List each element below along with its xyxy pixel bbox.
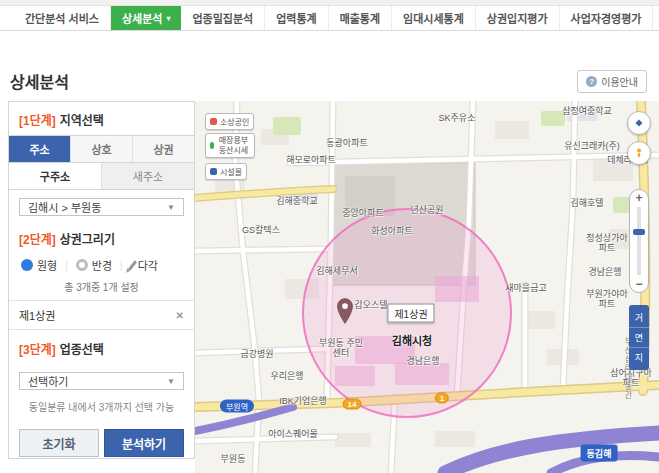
facility-icon [210, 168, 217, 175]
chevron-down-icon: ▼ [167, 203, 175, 212]
nav-tab-owner-evaluation[interactable]: 사업자경영평가 [560, 6, 654, 30]
district-remove-button[interactable]: ✕ [176, 310, 184, 321]
step2-tag: [2단계] [19, 233, 56, 247]
nav-tab-simple-analysis[interactable]: 간단분석 서비스 [14, 6, 111, 30]
store-icon [210, 118, 217, 125]
step3-header: [3단계]업종선택 [9, 330, 194, 364]
chevron-down-icon: ▾ [166, 14, 170, 23]
layer-small-business-label: 소상공인 [220, 116, 249, 127]
city-hall-label: 김해시청 [392, 332, 432, 348]
tab-store-name[interactable]: 상호 [71, 136, 133, 162]
district-label[interactable]: 제1상권 [387, 304, 434, 323]
zoom-in-button[interactable]: + [635, 192, 642, 204]
map-canvas[interactable] [195, 101, 659, 473]
category-select[interactable]: 선택하기 ▼ [19, 372, 184, 390]
layer-button-small-business[interactable]: 소상공인 [205, 113, 254, 130]
layer-button-facilities[interactable]: 시설물 [205, 163, 247, 180]
chevron-down-icon: ▼ [167, 377, 175, 386]
measure-tools: 거 면 지 [629, 305, 649, 370]
nav-tab-rent-stats[interactable]: 임대시세통계 [392, 6, 476, 30]
draw-shape-options: 원형 | 반경 | 다각 [9, 254, 194, 275]
step3-tag: [3단계] [19, 343, 56, 357]
nav-tab-business-history-stats[interactable]: 업력통계 [265, 6, 328, 30]
circle-shape-icon [21, 259, 33, 271]
measure-distance-button[interactable]: 거 [629, 308, 649, 328]
step1-tag: [1단계] [19, 114, 56, 128]
tab-district[interactable]: 상권 [133, 136, 194, 162]
layer-realestate-label: 매장용부동산시세 [217, 136, 250, 155]
analyze-button[interactable]: 분석하기 [104, 429, 184, 457]
station-badge: 부원역 [220, 400, 254, 413]
step1-title: 지역선택 [60, 114, 104, 128]
layer-button-realestate-price[interactable]: 매장용부동산시세 [205, 133, 255, 158]
shape-radius-label: 반경 [92, 257, 112, 273]
reset-button[interactable]: 초기화 [19, 429, 99, 457]
divider: | [120, 260, 123, 271]
cadastral-button[interactable]: 지 [629, 348, 649, 367]
divider: | [65, 260, 68, 271]
shape-option-circle[interactable]: 원형 [21, 257, 57, 273]
shape-circle-label: 원형 [37, 257, 57, 273]
measure-area-button[interactable]: 면 [629, 328, 649, 348]
nav-tab-location-evaluation[interactable]: 상권입지평가 [476, 6, 560, 30]
district-count-note: 총 3개중 1개 설정 [9, 275, 194, 300]
tab-address[interactable]: 주소 [9, 136, 71, 162]
region-select-value: 김해시 > 부원동 [28, 199, 101, 215]
step3-title: 업종선택 [60, 343, 104, 357]
compass-icon [634, 117, 644, 129]
question-icon: ? [586, 76, 597, 87]
route-badge: 1 [435, 393, 449, 404]
subtab-old-address[interactable]: 구주소 [9, 163, 102, 189]
page-title: 상세분석 [10, 69, 69, 93]
shape-option-radius[interactable]: 반경 [76, 257, 112, 273]
step2-title: 상권그리기 [60, 233, 115, 247]
nav-tab-detail-label: 상세분석 [122, 10, 162, 26]
district-item-label: 제1상권 [19, 307, 55, 323]
main-nav: 간단분석 서비스 상세분석 ▾ 업종밀집분석 업력통계 매출통계 임대시세통계 … [0, 6, 659, 31]
map-container[interactable]: 소상공인 매장용부동산시세 시설물 SK주유소 삼정여중학교 동광아파트 해모로… [195, 101, 659, 473]
help-button[interactable]: ? 이용안내 [577, 70, 647, 93]
nav-tab-density-analysis[interactable]: 업종밀집분석 [181, 6, 265, 30]
zoom-control: + − [629, 189, 649, 293]
step1-header: [1단계]지역선택 [9, 102, 194, 135]
step2-header: [2단계]상권그리기 [9, 220, 194, 254]
address-type-subtabs: 구주소 새주소 [9, 163, 194, 190]
category-select-value: 선택하기 [28, 373, 68, 389]
region-select[interactable]: 김해시 > 부원동 ▼ [19, 198, 184, 216]
pencil-icon [128, 260, 137, 271]
price-icon [210, 142, 214, 149]
subtab-new-address[interactable]: 새주소 [102, 163, 194, 189]
shape-polygon-label: 다각 [138, 257, 158, 273]
nav-tab-sales-stats[interactable]: 매출통계 [329, 6, 392, 30]
shape-option-polygon[interactable]: 다각 [131, 257, 158, 273]
analysis-panel: [1단계]지역선택 주소 상호 상권 구주소 새주소 김해시 > 부원동 ▼ [… [8, 101, 195, 459]
zoom-track [637, 207, 641, 275]
district-item: 제1상권 ✕ [9, 300, 194, 330]
panel-actions: 초기화 분석하기 [9, 419, 194, 467]
category-note: 동일분류 내에서 3개까지 선택 가능 [9, 394, 194, 419]
route-badge: 14 [343, 399, 362, 410]
nav-tab-detail-analysis[interactable]: 상세분석 ▾ [111, 6, 182, 30]
help-button-label: 이용안내 [601, 74, 638, 89]
interchange-badge: 동김해 [581, 445, 618, 462]
roadview-button[interactable] [627, 141, 651, 165]
roadview-person-icon [634, 147, 644, 159]
zoom-out-button[interactable]: − [635, 278, 642, 290]
zoom-slider[interactable] [633, 229, 645, 235]
skyview-button[interactable] [627, 111, 651, 135]
layer-facilities-label: 시설물 [220, 166, 242, 177]
ring-shape-icon [76, 259, 88, 271]
search-type-tabs: 주소 상호 상권 [9, 135, 194, 163]
